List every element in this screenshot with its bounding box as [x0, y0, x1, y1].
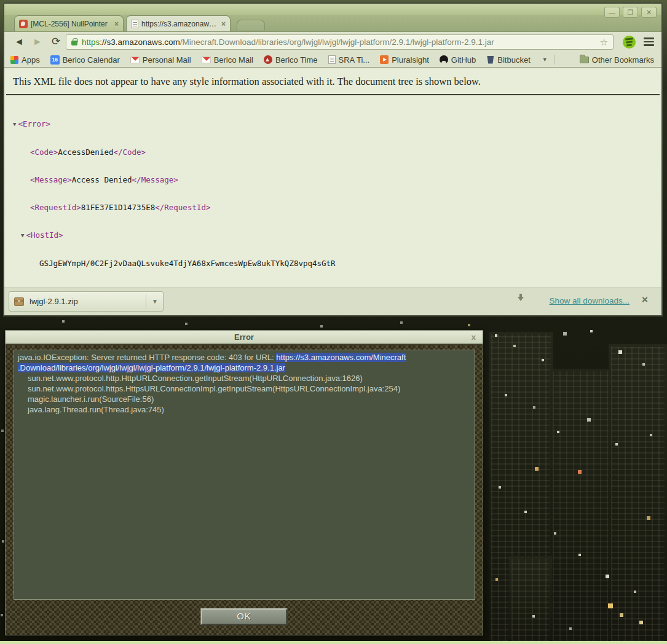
tab-s3-amazonaws[interactable]: https://s3.amazonaws.c × — [126, 15, 231, 31]
dialog-close-icon[interactable]: x — [472, 331, 476, 344]
bookmark-other-bookmarks[interactable]: Other Bookmarks — [580, 55, 654, 65]
bookmark-github[interactable]: GitHub — [440, 55, 476, 65]
bookmark-pluralsight[interactable]: Pluralsight — [380, 55, 429, 65]
dialog-body: java.io.IOException: Server returned HTT… — [6, 345, 483, 635]
tab-close-icon[interactable]: × — [221, 20, 226, 28]
stack-trace-panel[interactable]: java.io.IOException: Server returned HTT… — [14, 350, 475, 600]
bookmark-sra-time[interactable]: SRA Ti... — [328, 55, 370, 65]
bookmark-bitbucket[interactable]: Bitbucket — [486, 55, 530, 65]
document-icon — [328, 55, 336, 64]
forward-icon[interactable]: ► — [30, 34, 45, 50]
bookmark-label: Personal Mail — [143, 55, 191, 65]
selected-url-part: .Download/libraries/org/lwjgl/lwjgl/lwjg… — [18, 363, 285, 372]
tab-close-icon[interactable]: × — [114, 20, 119, 28]
document-favicon — [131, 20, 138, 28]
download-filename: lwjgl-2.9.1.zip — [30, 297, 143, 306]
ok-button[interactable]: OK — [201, 608, 288, 625]
dialog-titlebar[interactable]: Error x — [6, 331, 483, 344]
xml-style-notice: This XML file does not appear to have an… — [4, 68, 661, 94]
building-silhouette — [550, 369, 612, 644]
xml-line: <RequestId>81FE37E1D14735E8</RequestId> — [13, 203, 661, 212]
trace-line: sun.net.www.protocol.https.HttpsURLConne… — [18, 383, 471, 394]
bookmarks-divider — [554, 55, 555, 65]
menu-bar — [644, 44, 654, 46]
bookmark-label: Berico Time — [275, 55, 318, 65]
bitbucket-icon — [486, 56, 494, 64]
bookmark-label: Other Bookmarks — [592, 55, 654, 65]
folder-icon — [580, 57, 589, 63]
xml-tag: <Error> — [18, 119, 50, 128]
bookmark-star-icon[interactable]: ☆ — [600, 37, 608, 48]
bookmark-personal-mail[interactable]: Personal Mail — [130, 55, 191, 65]
download-arrow-icon — [518, 297, 524, 301]
browser-window: — ❐ ✕ [MCL-2556] NullPointer × https://s… — [3, 2, 663, 316]
spotify-wave — [626, 41, 633, 43]
trace-line: .Download/libraries/org/lwjgl/lwjgl/lwjg… — [18, 363, 471, 373]
bookmark-label: Pluralsight — [392, 55, 429, 65]
spotify-wave — [626, 44, 632, 46]
tab-mcl-2556[interactable]: [MCL-2556] NullPointer × — [14, 15, 124, 31]
xml-value: GSJgEWYmpH/0C2Fj2vDaaQLsvuke4TdjYA68xFwm… — [39, 259, 336, 268]
menu-bar — [644, 37, 654, 39]
address-bar[interactable]: https ://s3.amazonaws.com /Minecraft.Dow… — [66, 34, 614, 50]
bookmark-berico-time[interactable]: Berico Time — [264, 55, 318, 65]
menu-bar — [644, 41, 654, 43]
browser-menu-button[interactable] — [644, 37, 654, 46]
xml-tag: <Code> — [30, 147, 58, 157]
error-dialog: Error x java.io.IOException: Server retu… — [5, 330, 483, 635]
maximize-icon: ❐ — [628, 9, 634, 16]
new-tab-button[interactable] — [237, 20, 265, 30]
xml-line: GSJgEWYmpH/0C2Fj2vDaaQLsvuke4TdjYA68xFwm… — [13, 259, 661, 268]
secure-lock-icon — [71, 41, 77, 45]
show-all-downloads-link[interactable]: Show all downloads... — [549, 296, 630, 305]
gmail-icon — [130, 57, 140, 63]
dialog-title: Error — [234, 332, 254, 342]
bookmark-apps[interactable]: Apps — [10, 55, 40, 65]
selected-url-part: https://s3.amazonaws.com/Minecraft — [276, 353, 406, 362]
xml-tag: <HostId> — [26, 230, 63, 240]
bookmarks-bar: Apps 16 Berico Calendar Personal Mail Be… — [4, 52, 661, 68]
bookmark-label: Berico Calendar — [63, 55, 120, 65]
zip-file-icon — [14, 297, 24, 306]
berico-time-icon — [264, 55, 272, 64]
close-window-button[interactable]: ✕ — [641, 7, 657, 18]
xml-value: Access Denied — [72, 175, 132, 184]
close-icon: ✕ — [646, 9, 652, 16]
bookmark-berico-mail[interactable]: Berico Mail — [202, 55, 253, 65]
github-icon — [440, 55, 448, 64]
xml-tag: </Message> — [132, 175, 178, 184]
xml-value: 81FE37E1D14735E8 — [81, 203, 155, 212]
window-controls: — ❐ ✕ — [604, 7, 657, 18]
tab-bar: [MCL-2556] NullPointer × https://s3.amaz… — [4, 15, 661, 32]
screen: — ❐ ✕ [MCL-2556] NullPointer × https://s… — [0, 0, 667, 644]
back-icon[interactable]: ◄ — [12, 34, 26, 50]
exception-message: java.io.IOException: Server returned HTT… — [18, 353, 276, 362]
collapse-arrow-icon[interactable]: ▼ — [13, 121, 16, 127]
page-content: This XML file does not appear to have an… — [4, 68, 661, 288]
url-host: ://s3.amazonaws.com — [100, 37, 180, 47]
xml-line: ▼<Error> — [13, 119, 661, 129]
desktop-edge-strip — [0, 641, 667, 644]
gmail-icon — [202, 57, 211, 63]
window-titlebar[interactable] — [4, 4, 661, 15]
bookmark-label: SRA Ti... — [339, 55, 370, 65]
tab-title: [MCL-2556] NullPointer — [31, 20, 111, 28]
building-silhouette — [509, 556, 552, 644]
browser-toolbar: ◄ ► ⟳ https ://s3.amazonaws.com /Minecra… — [4, 32, 661, 52]
bookmark-label: Apps — [22, 55, 40, 65]
bookmarks-overflow-icon[interactable]: ▼ — [542, 57, 548, 63]
trace-line: java.lang.Thread.run(Thread.java:745) — [18, 404, 471, 415]
spotify-extension-button[interactable] — [623, 36, 636, 49]
collapse-arrow-icon[interactable]: ▼ — [21, 232, 24, 238]
downloads-bar-close-icon[interactable]: × — [642, 294, 648, 306]
building-silhouette — [609, 344, 667, 644]
bookmark-label: Bitbucket — [497, 55, 530, 65]
trace-line: java.io.IOException: Server returned HTT… — [18, 352, 471, 363]
download-item-lwjgl[interactable]: lwjgl-2.9.1.zip ▼ — [9, 291, 164, 312]
maximize-button[interactable]: ❐ — [623, 7, 638, 18]
minimize-button[interactable]: — — [604, 7, 620, 18]
bookmark-berico-calendar[interactable]: 16 Berico Calendar — [50, 55, 120, 65]
xml-tag: </Code> — [113, 147, 146, 157]
download-menu-caret-icon[interactable]: ▼ — [152, 298, 158, 305]
reload-icon[interactable]: ⟳ — [49, 34, 63, 50]
